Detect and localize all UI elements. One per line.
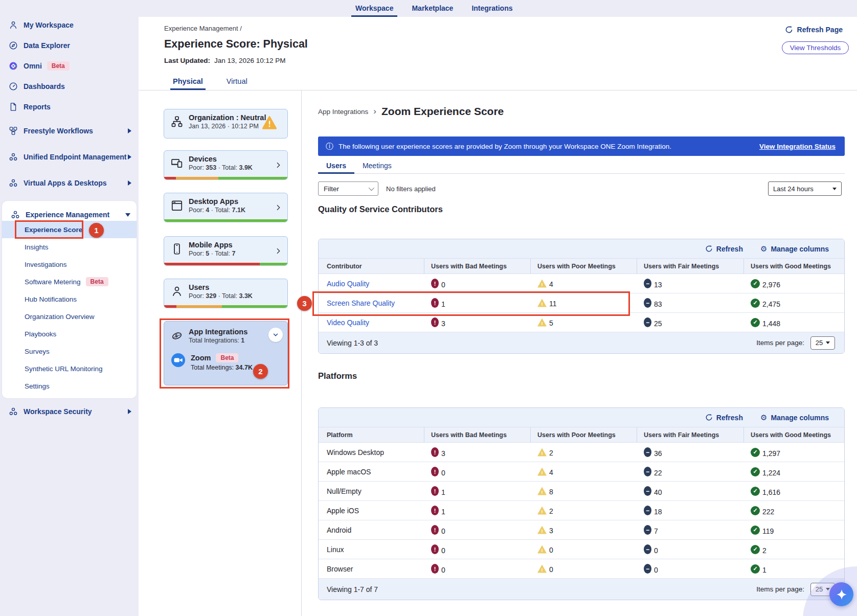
sidebar-item-virtual-apps-desktops[interactable]: Virtual Apps & Desktops <box>0 170 139 196</box>
fair-meetings-cell: − 0 <box>637 559 744 578</box>
poor-icon: ! <box>537 565 547 573</box>
mobile-apps-icon <box>170 242 184 256</box>
bad-meetings-cell: ! 1 <box>424 501 531 520</box>
manage-columns-button[interactable]: ⚙ Manage columns <box>760 244 829 254</box>
time-range-select[interactable]: Last 24 hours <box>768 181 842 196</box>
platform-label: Apple iOS <box>319 501 424 520</box>
score-card-desktop-apps[interactable]: Desktop Apps Poor: 4 · Total: 7.1K <box>164 193 288 222</box>
good-meetings-cell: ✓ 1,448 <box>744 313 845 332</box>
sidebar-item-organization-overview[interactable]: Organization Overview <box>2 308 137 325</box>
last-updated: Last Updated:Jan 13, 2026 10:12 PM <box>164 57 286 64</box>
platforms-table: Refresh ⚙ Manage columnsPlatformUsers wi… <box>318 407 845 600</box>
sidebar-item-label: Reports <box>24 103 51 111</box>
bad-count: 1 <box>441 489 445 496</box>
bad-count: 1 <box>441 509 445 515</box>
gear-icon: ⚙ <box>760 244 767 254</box>
sidebar-item-label: Surveys <box>25 348 50 355</box>
sidebar-item-label: Playbooks <box>25 330 56 338</box>
sidebar-item-synthetic-url-monitoring[interactable]: Synthetic URL Monitoring <box>2 360 137 377</box>
tab-users[interactable]: Users <box>318 158 354 173</box>
sidebar-item-dashboards[interactable]: Dashboards <box>0 76 139 97</box>
annotation-box-2 <box>160 318 289 389</box>
cluster-icon <box>8 152 18 162</box>
refresh-page-button[interactable]: Refresh Page <box>785 26 843 34</box>
assistant-button[interactable] <box>829 582 853 606</box>
platform-label: Linux <box>319 540 424 559</box>
table-footer: Viewing 1-3 of 3 Items per page: 25 <box>319 332 844 353</box>
card-title: Mobile Apps <box>189 241 236 249</box>
fair-count: 7 <box>654 528 658 535</box>
good-icon: ✓ <box>751 564 760 574</box>
sidebar-item-label: Virtual Apps & Desktops <box>24 179 107 187</box>
sidebar-item-my-workspace[interactable]: My Workspace <box>0 15 139 35</box>
top-nav-tab-integrations[interactable]: Integrations <box>471 0 512 17</box>
severity-bar <box>164 219 287 222</box>
sidebar-item-unified-endpoint-management[interactable]: Unified Endpoint Management <box>0 144 139 170</box>
fair-meetings-cell: − 13 <box>637 274 744 293</box>
bar-segment-red <box>164 263 260 265</box>
sidebar-item-reports[interactable]: Reports <box>0 97 139 117</box>
refresh-button[interactable]: Refresh <box>705 414 743 422</box>
view-integration-status-link[interactable]: View Integration Status <box>759 143 836 150</box>
table-row: Audio Quality ! 0 ! 4 − 13 ✓ 2,976 <box>319 274 844 293</box>
top-nav-tab-marketplace[interactable]: Marketplace <box>412 0 453 17</box>
good-count: 222 <box>762 509 774 515</box>
omni-icon <box>8 61 18 71</box>
card-subtitle: Poor: 5 · Total: 7 <box>189 250 236 257</box>
tab-virtual[interactable]: Virtual <box>224 74 250 89</box>
good-meetings-cell: ✓ 2,976 <box>744 274 845 293</box>
good-meetings-cell: ✓ 119 <box>744 520 845 539</box>
tab-meetings[interactable]: Meetings <box>354 158 400 173</box>
column-header: Users with Bad Meetings <box>424 259 531 273</box>
view-thresholds-label: View Thresholds <box>790 44 841 52</box>
good-count: 119 <box>762 528 774 535</box>
zoom-breadcrumb: App Integrations › Zoom Experience Score <box>318 105 504 118</box>
poor-meetings-cell: ! 8 <box>531 482 637 500</box>
sidebar-item-hub-notifications[interactable]: Hub Notifications <box>2 290 137 308</box>
sidebar-item-insights[interactable]: Insights <box>2 238 137 256</box>
sidebar-item-label: Insights <box>25 243 49 251</box>
viewing-status: Viewing 1-3 of 3 <box>327 339 378 347</box>
column-header-row: ContributorUsers with Bad MeetingsUsers … <box>319 259 844 274</box>
items-per-page-label: Items per page: <box>756 585 804 593</box>
sidebar-item-data-explorer[interactable]: Data Explorer <box>0 35 139 56</box>
view-thresholds-button[interactable]: View Thresholds <box>782 41 849 54</box>
manage-columns-button[interactable]: ⚙ Manage columns <box>760 413 829 422</box>
tab-physical[interactable]: Physical <box>170 74 206 89</box>
poor-meetings-cell: ! 0 <box>531 540 637 559</box>
experience-management-children: Experience ScoreInsightsInvestigationsSo… <box>2 221 137 395</box>
sidebar-item-playbooks[interactable]: Playbooks <box>2 325 137 343</box>
bar-segment-red <box>164 177 176 179</box>
good-meetings-cell: ✓ 2,475 <box>744 293 845 312</box>
table-footer: Viewing 1-7 of 7 Items per page: 25 <box>319 579 844 600</box>
fair-meetings-cell: − 36 <box>637 443 744 462</box>
sidebar-item-omni[interactable]: OmniBeta <box>0 56 139 76</box>
sidebar-item-surveys[interactable]: Surveys <box>2 343 137 360</box>
page-title: Experience Score: Physical <box>164 38 308 51</box>
good-meetings-cell: ✓ 1,297 <box>744 443 845 462</box>
sidebar-item-investigations[interactable]: Investigations <box>2 256 137 273</box>
filter-dropdown[interactable]: Filter <box>318 181 378 196</box>
poor-meetings-cell: ! 2 <box>531 443 637 462</box>
sidebar-item-workspace-security[interactable]: Workspace Security <box>0 404 139 419</box>
breadcrumb-app-integrations[interactable]: App Integrations <box>318 108 368 116</box>
sidebar-item-settings[interactable]: Settings <box>2 377 137 395</box>
sidebar-item-freestyle-workflows[interactable]: Freestyle Workflows <box>0 118 139 144</box>
refresh-button[interactable]: Refresh <box>705 245 743 253</box>
bar-segment-red <box>164 305 176 308</box>
score-card-devices[interactable]: Devices Poor: 353 · Total: 3.9K <box>164 150 288 180</box>
poor-meetings-cell: ! 3 <box>531 520 637 539</box>
bad-meetings-cell: ! 0 <box>424 540 531 559</box>
fair-icon: − <box>644 447 651 457</box>
score-card-mobile-apps[interactable]: Mobile Apps Poor: 5 · Total: 7 <box>164 236 288 266</box>
top-nav-tab-workspace[interactable]: Workspace <box>355 0 393 17</box>
breadcrumb[interactable]: Experience Management / <box>164 25 242 32</box>
card-title: Organization : Neutral <box>189 113 266 122</box>
sidebar-item-label: Synthetic URL Monitoring <box>25 365 103 373</box>
annotation-box-1 <box>15 220 83 239</box>
contributor-link[interactable]: Audio Quality <box>319 274 424 293</box>
items-per-page-select[interactable]: 25 <box>810 336 835 350</box>
fair-count: 83 <box>654 301 662 308</box>
chevron-right-icon <box>128 180 131 186</box>
sidebar-item-software-metering[interactable]: Software MeteringBeta <box>2 273 137 290</box>
